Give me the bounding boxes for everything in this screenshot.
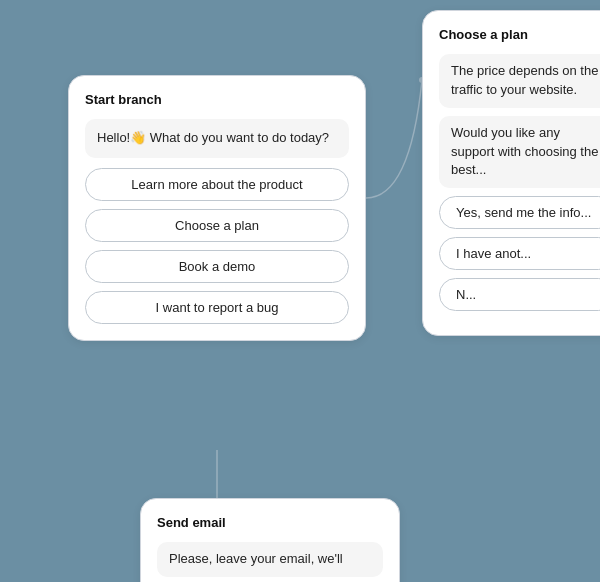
plan-title: Choose a plan xyxy=(439,27,600,42)
plan-btn-1[interactable]: Yes, send me the info... xyxy=(439,196,600,229)
plan-message-2: Would you like any support with choosing… xyxy=(439,116,600,189)
start-branch-title: Start branch xyxy=(85,92,349,107)
email-message: Please, leave your email, we'll xyxy=(157,542,383,577)
plan-message-1: The price depends on the traffic to your… xyxy=(439,54,600,108)
plan-btn-2[interactable]: I have anot... xyxy=(439,237,600,270)
btn-report-bug[interactable]: I want to report a bug xyxy=(85,291,349,324)
plan-btn-3[interactable]: N... xyxy=(439,278,600,311)
email-title: Send email xyxy=(157,515,383,530)
start-branch-card: Start branch Hello!👋 What do you want to… xyxy=(68,75,366,341)
btn-book-demo[interactable]: Book a demo xyxy=(85,250,349,283)
btn-learn-more[interactable]: Learn more about the product xyxy=(85,168,349,201)
start-message: Hello!👋 What do you want to do today? xyxy=(85,119,349,158)
choose-plan-card: Choose a plan The price depends on the t… xyxy=(422,10,600,336)
btn-choose-plan[interactable]: Choose a plan xyxy=(85,209,349,242)
send-email-card: Send email Please, leave your email, we'… xyxy=(140,498,400,582)
